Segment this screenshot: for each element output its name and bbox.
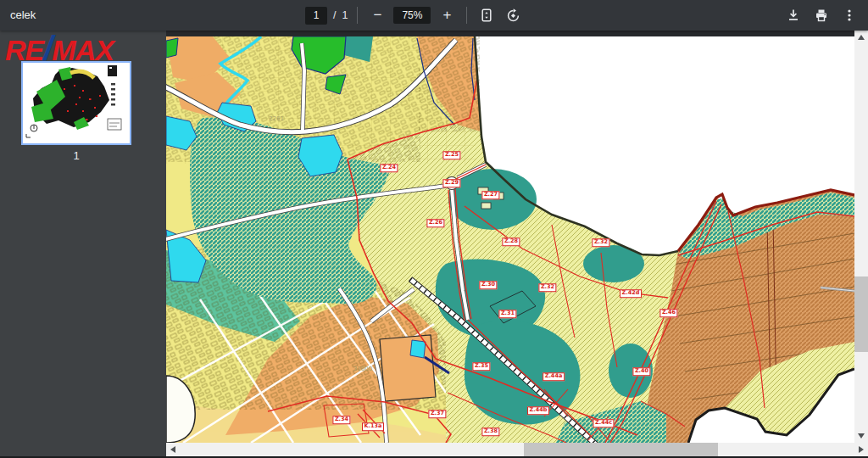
minus-icon: − [373,7,381,24]
zone-label-Z.24: Z.24 [380,164,398,172]
rotate-counterclockwise-icon [506,8,520,23]
more-options-button[interactable] [839,5,860,25]
pdf-viewer-window: celek / 1 − 75% + [0,0,868,458]
zone-label-Z.28: Z.28 [502,237,520,246]
zoom-level-display: 75% [393,7,431,24]
thumbnail-map-preview [23,63,126,140]
zoom-out-button[interactable]: − [367,5,387,25]
zone-label-Z.44b: Z.44b [527,406,549,415]
zone-label-Z.35: Z.35 [472,362,490,371]
zone-label-Z.44a: Z.44a [542,372,565,381]
plus-icon: + [442,7,451,24]
page-thumbnail[interactable] [21,61,131,145]
toolbar-right-controls [783,0,860,31]
pdf-toolbar: celek / 1 − 75% + [0,0,868,31]
rotate-button[interactable] [503,5,523,25]
scroll-down-arrow-icon[interactable] [858,433,865,438]
zone-label-Z.38: Z.38 [481,427,499,436]
download-button[interactable] [783,5,804,25]
page-separator: / [333,9,336,21]
thumbnail-page-number: 1 [0,149,153,162]
zone-label-K.13a: K.13a [362,422,384,431]
zone-label-Z.31: Z.31 [498,310,516,318]
scroll-up-arrow-icon[interactable] [858,35,865,40]
zone-label-Z.37: Z.37 [428,410,446,418]
page-number-input[interactable] [305,7,327,25]
zone-label-layer: Z.24Z.25Z.29Z.27Z.26Z.28Z.32Z.30Z.32Z.31… [166,36,854,443]
remax-logo-max: MAX [52,34,114,66]
remax-logo-re: RE [5,34,43,66]
toolbar-divider [466,7,467,24]
remax-logo: RE/MAX [5,34,114,67]
fit-to-page-button[interactable] [476,5,497,25]
zone-label-Z.30: Z.30 [479,281,497,289]
zone-label-Z.27: Z.27 [481,191,499,199]
print-icon [815,8,828,22]
pdf-content-area: Z.24Z.25Z.29Z.27Z.26Z.28Z.32Z.30Z.32Z.31… [166,31,854,443]
scroll-left-arrow-icon[interactable] [170,446,175,453]
toolbar-center-controls: / 1 − 75% + [305,0,523,31]
kebab-menu-icon [843,8,856,22]
zoom-in-button[interactable]: + [437,5,457,25]
toolbar-divider [357,7,358,24]
document-title: celek [10,0,36,31]
horizontal-scrollbar-thumb[interactable] [524,443,718,456]
scroll-right-arrow-icon[interactable] [859,446,864,453]
zone-label-Z.32: Z.32 [592,238,609,247]
parcel-number-2261: 2261 [269,115,284,122]
vertical-scrollbar[interactable] [854,31,868,443]
zone-label-Z.34: Z.34 [332,416,350,424]
print-button[interactable] [811,5,832,25]
zone-label-Z.29: Z.29 [442,179,460,187]
zone-label-Z.32: Z.32 [538,283,556,292]
page-total: 1 [342,9,348,21]
horizontal-scrollbar[interactable] [166,443,868,456]
zone-label-Z.46: Z.46 [659,309,677,317]
zone-label-Z.25: Z.25 [442,151,460,159]
zone-label-Z.40: Z.40 [632,367,650,376]
vertical-scrollbar-thumb[interactable] [854,276,868,352]
zone-label-Z.42d: Z.42d [620,289,642,298]
zone-label-Z.44c: Z.44c [593,419,614,427]
pdf-page[interactable]: Z.24Z.25Z.29Z.27Z.26Z.28Z.32Z.30Z.32Z.31… [166,36,854,443]
remax-logo-slash: / [43,30,52,67]
parcel-number-31000: 31000 [353,366,372,372]
fit-to-page-icon [480,8,493,22]
download-icon [787,8,800,22]
zone-label-Z.26: Z.26 [426,219,444,227]
thumbnail-sidebar: 1 [0,31,166,458]
